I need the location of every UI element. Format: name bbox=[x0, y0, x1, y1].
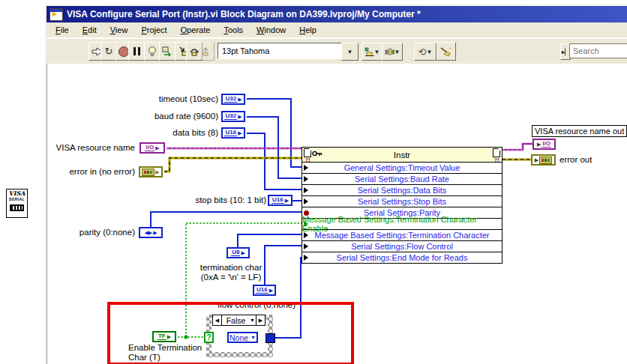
output-arrow-icon: ▶ bbox=[238, 97, 242, 102]
timeout-label: timeout (10sec) bbox=[159, 94, 218, 103]
page-icon bbox=[493, 148, 500, 157]
case-selector-label[interactable]: ◀ False ▼ ▶ bbox=[212, 315, 266, 326]
search-input[interactable] bbox=[569, 43, 627, 58]
property-row-termination-character[interactable]: Message Based Settings:Termination Chara… bbox=[302, 230, 502, 241]
distribute-objects-button[interactable]: ▼ bbox=[382, 43, 403, 61]
data-bits-terminal[interactable]: U16▶ bbox=[221, 127, 245, 139]
run-continuously-button[interactable]: ↻ bbox=[100, 42, 117, 61]
property-row-baud-rate[interactable]: Serial Settings:Baud Rate bbox=[302, 174, 502, 185]
error-question-icon: ?! bbox=[494, 157, 500, 163]
property-row-end-mode-for-reads[interactable]: Serial Settings:End Mode for Reads bbox=[302, 252, 502, 263]
menu-edit[interactable]: Edit bbox=[78, 24, 101, 36]
highlight-execution-button[interactable] bbox=[144, 42, 160, 61]
step-out-button[interactable] bbox=[198, 42, 214, 61]
property-row-timeout-value[interactable]: General Settings:Timeout Value bbox=[302, 163, 502, 174]
broom-icon bbox=[440, 46, 452, 57]
visa-resource-name-out-label: VISA resource name out bbox=[532, 125, 627, 137]
chevron-down-icon: ▼ bbox=[426, 49, 432, 55]
input-arrow-icon bbox=[304, 165, 308, 171]
error-in-terminal[interactable]: ▶ bbox=[139, 166, 163, 178]
menu-project[interactable]: Project bbox=[136, 24, 171, 36]
stop-bits-label: stop bits (10: 1 bit) bbox=[195, 195, 266, 204]
stop-bits-terminal[interactable]: U16▶ bbox=[268, 195, 292, 206]
data-bits-label: data bits (8) bbox=[172, 128, 218, 137]
chevron-down-icon: ▼ bbox=[394, 49, 400, 55]
menu-view[interactable]: View bbox=[106, 24, 133, 36]
pause-button[interactable] bbox=[128, 42, 145, 61]
chevron-down-icon[interactable]: ▼ bbox=[250, 335, 256, 340]
output-arrow-icon: ▶ bbox=[285, 198, 289, 203]
baud-rate-terminal[interactable]: U32▶ bbox=[221, 111, 245, 122]
timeout-terminal[interactable]: U32▶ bbox=[221, 94, 245, 105]
node-class-icon-right: ?! bbox=[493, 148, 500, 163]
input-arrow-icon: ▶ bbox=[537, 142, 541, 147]
parity-terminal[interactable]: ◀▶ ▶ bbox=[139, 227, 163, 238]
termination-char-terminal[interactable]: U8▶ bbox=[226, 247, 250, 258]
menu-help[interactable]: Help bbox=[295, 24, 321, 36]
align-objects-button[interactable]: ▼ bbox=[362, 43, 382, 61]
retain-wire-values-button[interactable] bbox=[159, 42, 176, 61]
flow-control-terminal[interactable]: U16▶ bbox=[253, 285, 276, 296]
enum-constant[interactable]: None ▼ bbox=[227, 332, 258, 343]
step-out-icon bbox=[202, 46, 212, 56]
enable-termination-char-terminal[interactable]: TF▶ bbox=[152, 331, 176, 342]
visa-icon-text: VISA bbox=[9, 190, 26, 197]
input-arrow-icon bbox=[304, 221, 308, 227]
font-selector[interactable]: 13pt Tahoma bbox=[218, 43, 346, 59]
title-bar[interactable]: VISA Configure Serial Port (Instr).vi Bl… bbox=[46, 6, 627, 22]
reorder-button[interactable]: ⟲ ▼ bbox=[414, 43, 436, 61]
search-expand-icon: ▸▏ bbox=[562, 49, 569, 55]
enable-termination-label-line1: Enable Termination bbox=[128, 343, 202, 352]
node-class-icon-left: ?! bbox=[304, 148, 311, 163]
case-selector-value: False bbox=[222, 316, 250, 325]
chevron-down-icon: ▼ bbox=[347, 49, 353, 55]
error-cluster-icon bbox=[142, 169, 154, 176]
connector-icon bbox=[10, 204, 24, 211]
pause-icon bbox=[134, 47, 136, 55]
visa-serial-vi-icon: VISA SERIAL bbox=[6, 189, 28, 218]
next-case-arrow-icon[interactable]: ▶ bbox=[256, 315, 265, 325]
menu-bar: File Edit View Project Operate Tools Win… bbox=[46, 22, 627, 38]
input-arrow-icon bbox=[304, 232, 308, 238]
property-node-title: Instr bbox=[394, 151, 410, 160]
key-icon bbox=[312, 151, 322, 157]
termination-char-label-line2: (0xA = '\n' = LF) bbox=[190, 273, 272, 282]
font-selector-dropdown[interactable]: ▼ bbox=[341, 43, 358, 61]
output-arrow-icon: ▶ bbox=[238, 114, 242, 119]
visa-property-node[interactable]: ?! Instr ?! General Settings:Timeout Val… bbox=[302, 147, 502, 264]
case-structure[interactable]: ◀ False ▼ ▶ ? None ▼ bbox=[206, 315, 273, 357]
property-row-data-bits[interactable]: Serial Settings:Data Bits bbox=[302, 185, 502, 196]
chevron-down-icon: ▼ bbox=[374, 49, 380, 55]
case-selector-terminal[interactable]: ? bbox=[204, 332, 214, 343]
output-tunnel[interactable] bbox=[266, 333, 275, 343]
chevron-down-icon[interactable]: ▼ bbox=[250, 318, 255, 323]
output-arrow-icon: ▶ bbox=[155, 145, 159, 151]
property-row-stop-bits[interactable]: Serial Settings:Stop Bits bbox=[302, 196, 502, 207]
property-row-flow-control[interactable]: Serial Settings:Flow Control bbox=[302, 241, 502, 252]
output-arrow-icon: ▶ bbox=[167, 334, 171, 339]
input-arrow-icon: ▶ bbox=[535, 157, 538, 163]
property-node-header[interactable]: ?! Instr ?! bbox=[302, 148, 502, 163]
flow-control-label: flow control (0:none) bbox=[216, 300, 297, 309]
input-arrow-icon bbox=[304, 176, 308, 182]
previous-case-arrow-icon[interactable]: ◀ bbox=[213, 315, 222, 325]
enum-value: None bbox=[230, 333, 248, 342]
menu-tools[interactable]: Tools bbox=[219, 24, 248, 36]
distribute-objects-icon bbox=[385, 47, 394, 56]
menu-window[interactable]: Window bbox=[252, 24, 290, 36]
visa-resource-name-terminal[interactable]: I/O▶ bbox=[140, 142, 165, 154]
error-out-terminal[interactable]: ▶ bbox=[531, 154, 556, 166]
clean-up-diagram-button[interactable] bbox=[436, 42, 456, 61]
input-arrow-icon bbox=[304, 198, 308, 204]
output-arrow-icon: ▶ bbox=[241, 250, 244, 255]
window-title: VISA Configure Serial Port (Instr).vi Bl… bbox=[67, 9, 421, 19]
ring-glyph: ◀▶ bbox=[144, 230, 152, 236]
visa-resource-name-out-terminal[interactable]: ▶ I/O bbox=[532, 139, 556, 150]
align-objects-icon bbox=[364, 47, 374, 56]
input-arrow-icon bbox=[304, 255, 308, 261]
menu-file[interactable]: File bbox=[51, 24, 74, 36]
parity-label: parity (0:none) bbox=[80, 228, 135, 237]
property-row-termination-character-enable[interactable]: Message Based Settings:Termination Chara… bbox=[302, 219, 502, 230]
serial-icon-text: SERIAL bbox=[9, 197, 25, 202]
menu-operate[interactable]: Operate bbox=[176, 24, 215, 36]
